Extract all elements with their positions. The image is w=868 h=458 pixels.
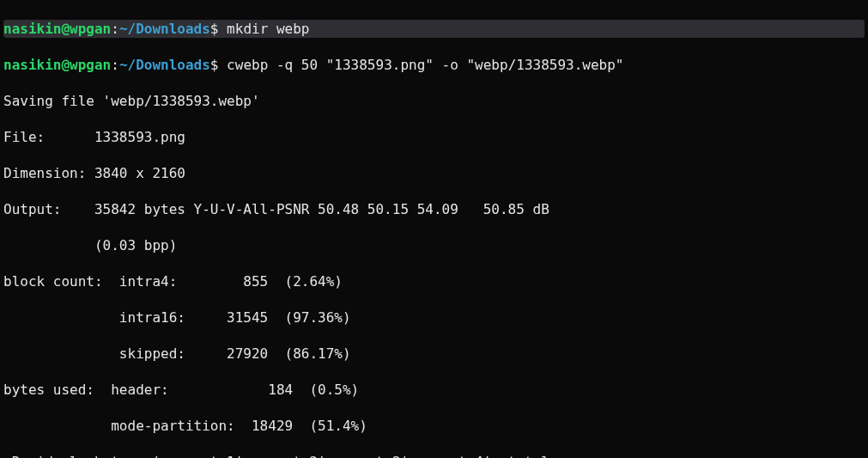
output-blockcount-3: skipped: 27920 (86.17%) (3, 345, 865, 363)
command: cwebp -q 50 "1338593.png" -o "webp/13385… (227, 57, 623, 73)
residuals-header: Residuals bytes |segment 1|segment 2|seg… (3, 453, 865, 458)
tilde: ~ (119, 57, 128, 73)
output-file: File: 1338593.png (3, 128, 865, 146)
dollar: $ (210, 57, 227, 73)
colon: : (111, 21, 119, 37)
tilde: ~ (119, 21, 128, 37)
colon: : (111, 57, 119, 73)
user-host: nasikin@wpgan (3, 57, 111, 73)
output-out1: Output: 35842 bytes Y-U-V-All-PSNR 50.48… (3, 200, 865, 218)
prompt-line-1: nasikin@wpgan:~/Downloads$ mkdir webp (3, 20, 865, 38)
path: /Downloads (128, 21, 210, 37)
prompt-line-2: nasikin@wpgan:~/Downloads$ cwebp -q 50 "… (3, 56, 865, 74)
dollar: $ (210, 21, 227, 37)
terminal[interactable]: nasikin@wpgan:~/Downloads$ mkdir webp na… (0, 0, 868, 458)
command: mkdir webp (227, 21, 309, 37)
output-blockcount-1: block count: intra4: 855 (2.64%) (3, 272, 865, 290)
output-out2: (0.03 bpp) (3, 236, 865, 254)
user-host: nasikin@wpgan (3, 21, 111, 37)
output-bytesused-2: mode-partition: 18429 (51.4%) (3, 417, 865, 435)
path: /Downloads (128, 57, 210, 73)
output-blockcount-2: intra16: 31545 (97.36%) (3, 308, 865, 327)
output-bytesused-1: bytes used: header: 184 (0.5%) (3, 381, 865, 399)
output-saving: Saving file 'webp/1338593.webp' (3, 92, 865, 110)
output-dimension: Dimension: 3840 x 2160 (3, 164, 865, 182)
